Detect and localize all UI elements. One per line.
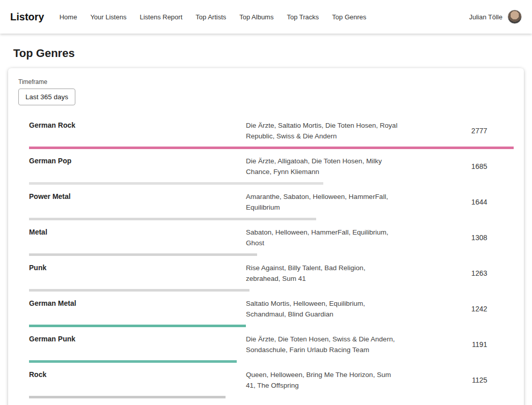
genre-row: German Rock Die Ärzte, Saltatio Mortis, … [18,113,514,149]
genre-count: 2777 [399,127,514,135]
nav-item-listens-report[interactable]: Listens Report [139,13,182,21]
nav-links: Home Your Listens Listens Report Top Art… [60,13,367,21]
genre-bar-track [29,360,514,363]
genre-row: Metal Sabaton, Helloween, HammerFall, Eq… [18,220,514,256]
genre-count: 1644 [399,198,514,206]
genre-name: German Rock [29,120,246,129]
genre-row: German Pop Die Ärzte, Alligatoah, Die To… [18,149,514,185]
genre-artists: Die Ärzte, Die Toten Hosen, Swiss & Die … [246,334,399,355]
genre-artists: Queen, Helloween, Bring Me The Horizon, … [246,369,399,391]
genre-bar [29,289,249,292]
top-nav: Listory Home Your Listens Listens Report… [0,0,532,34]
timeframe-filter: Timeframe Last 365 days [18,78,524,105]
genre-count: 1685 [399,162,514,170]
genre-bar-track [29,182,514,185]
genre-count: 1125 [399,376,514,384]
genre-row: Rock Queen, Helloween, Bring Me The Hori… [18,363,514,398]
nav-item-top-artists[interactable]: Top Artists [195,13,226,21]
genre-bar [29,182,323,185]
genre-name: German Metal [29,298,246,307]
genre-row: German Metal Saltatio Mortis, Helloween,… [18,292,514,327]
genre-bar-track [29,218,514,220]
genre-row: German Punk Die Ärzte, Die Toten Hosen, … [18,327,514,363]
nav-item-top-albums[interactable]: Top Albums [239,13,273,21]
genre-name: Punk [29,263,246,272]
genre-bar-track [29,396,514,398]
genre-bar [29,218,316,220]
genre-bar [29,147,514,149]
genre-bar [29,325,246,327]
genre-bar [29,396,226,398]
genre-name: Metal [29,227,246,236]
user-name: Julian Tölle [469,13,502,21]
genre-artists: Rise Against, Billy Talent, Bad Religion… [246,263,399,284]
genre-bar [29,253,257,256]
genre-artists: Die Ärzte, Alligatoah, Die Toten Hosen, … [246,156,399,177]
genre-name: Power Metal [29,191,246,200]
genre-artists: Sabaton, Helloween, HammerFall, Equilibr… [246,227,399,248]
page-title: Top Genres [13,47,532,60]
genre-count: 1308 [399,234,514,242]
genre-count: 1263 [399,269,514,277]
genre-row: Power Metal Amaranthe, Sabaton, Hellowee… [18,185,514,220]
nav-item-home[interactable]: Home [60,13,77,21]
timeframe-label: Timeframe [18,78,524,85]
genre-count: 1191 [399,340,514,349]
brand-logo[interactable]: Listory [10,11,44,23]
genre-row: Punk Rise Against, Billy Talent, Bad Rel… [18,256,514,292]
genre-name: Rock [29,369,246,379]
genre-artists: Saltatio Mortis, Helloween, Equilibrium,… [246,298,399,320]
genre-bar [29,360,237,363]
genre-count: 1242 [399,305,514,313]
genre-bar-track [29,325,514,327]
avatar[interactable] [508,10,522,24]
genre-row: Medieval Rock Saltatio Mortis, Feuerschw… [18,398,514,405]
genre-list: German Rock Die Ärzte, Saltatio Mortis, … [18,113,524,405]
nav-item-top-tracks[interactable]: Top Tracks [287,13,319,21]
genre-name: German Pop [29,156,246,165]
genre-name: German Punk [29,334,246,343]
genre-bar-track [29,147,514,149]
main-content: Top Genres Timeframe Last 365 days Germa… [0,47,532,405]
nav-user-area: Julian Tölle [469,10,522,24]
genre-artists: Amaranthe, Sabaton, Helloween, HammerFal… [246,191,399,213]
genres-card: Timeframe Last 365 days German Rock Die … [8,68,524,405]
genre-bar-track [29,289,514,292]
genre-bar-track [29,253,514,256]
nav-item-top-genres[interactable]: Top Genres [332,13,366,21]
genre-artists: Die Ärzte, Saltatio Mortis, Die Toten Ho… [246,120,399,141]
nav-item-your-listens[interactable]: Your Listens [90,13,126,21]
timeframe-select[interactable]: Last 365 days [18,89,75,105]
